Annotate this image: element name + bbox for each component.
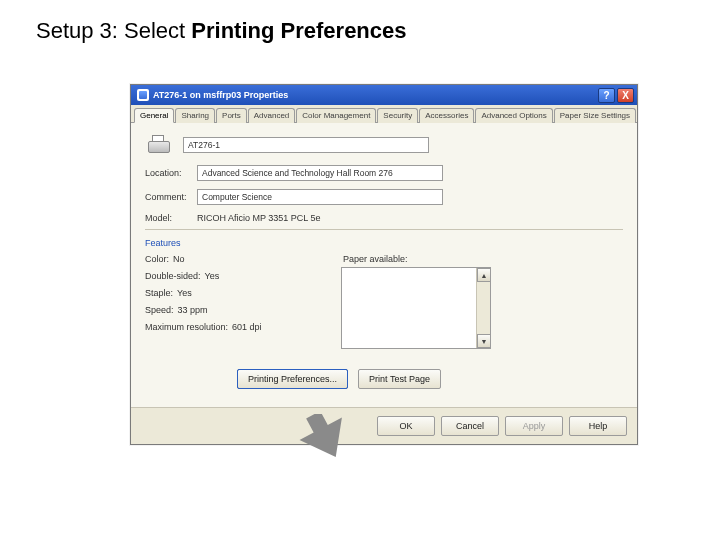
- tab-security[interactable]: Security: [377, 108, 418, 123]
- feat-speed-k: Speed:: [145, 305, 174, 315]
- tab-paper-size-settings[interactable]: Paper Size Settings: [554, 108, 636, 123]
- dialog-button-bar: OK Cancel Apply Help: [131, 407, 637, 444]
- features-title: Features: [145, 238, 623, 248]
- model-value: RICOH Aficio MP 3351 PCL 5e: [197, 213, 321, 223]
- help-button[interactable]: Help: [569, 416, 627, 436]
- close-window-button[interactable]: X: [617, 88, 634, 103]
- help-window-button[interactable]: ?: [598, 88, 615, 103]
- apply-button[interactable]: Apply: [505, 416, 563, 436]
- app-icon: [137, 89, 149, 101]
- instruction-prefix: Setup 3: Select: [36, 18, 191, 43]
- printer-name-field[interactable]: AT276-1: [183, 137, 429, 153]
- ok-button[interactable]: OK: [377, 416, 435, 436]
- feat-speed-v: 33 ppm: [178, 305, 208, 315]
- comment-label: Comment:: [145, 192, 197, 202]
- model-label: Model:: [145, 213, 197, 223]
- scroll-down-button[interactable]: ▼: [477, 334, 491, 348]
- instruction-heading: Setup 3: Select Printing Preferences: [36, 18, 684, 44]
- features-list: Color:No Double-sided:Yes Staple:Yes Spe…: [145, 254, 317, 349]
- location-field[interactable]: Advanced Science and Technology Hall Roo…: [197, 165, 443, 181]
- feat-staple-k: Staple:: [145, 288, 173, 298]
- properties-window: AT276-1 on msffrp03 Properties ? X Gener…: [130, 84, 638, 445]
- feat-duplex-v: Yes: [205, 271, 220, 281]
- feat-color-v: No: [173, 254, 185, 264]
- scrollbar[interactable]: ▲ ▼: [476, 268, 490, 348]
- tab-accessories[interactable]: Accessories: [419, 108, 474, 123]
- general-pane: AT276-1 Location: Advanced Science and T…: [131, 122, 637, 407]
- location-label: Location:: [145, 168, 197, 178]
- feat-color-k: Color:: [145, 254, 169, 264]
- tab-sharing[interactable]: Sharing: [175, 108, 215, 123]
- titlebar: AT276-1 on msffrp03 Properties ? X: [131, 85, 637, 105]
- feat-res-v: 601 dpi: [232, 322, 262, 332]
- tab-ports[interactable]: Ports: [216, 108, 247, 123]
- tab-strip: General Sharing Ports Advanced Color Man…: [131, 105, 637, 122]
- printing-preferences-button[interactable]: Printing Preferences...: [237, 369, 348, 389]
- scroll-up-button[interactable]: ▲: [477, 268, 491, 282]
- paper-available-list[interactable]: ▲ ▼: [341, 267, 491, 349]
- window-title: AT276-1 on msffrp03 Properties: [153, 90, 288, 100]
- instruction-bold: Printing Preferences: [191, 18, 406, 43]
- print-test-page-button[interactable]: Print Test Page: [358, 369, 441, 389]
- feat-staple-v: Yes: [177, 288, 192, 298]
- printer-icon: [145, 133, 173, 157]
- feat-res-k: Maximum resolution:: [145, 322, 228, 332]
- comment-field[interactable]: Computer Science: [197, 189, 443, 205]
- tab-advanced-options[interactable]: Advanced Options: [475, 108, 552, 123]
- tab-general[interactable]: General: [134, 108, 174, 123]
- divider: [145, 229, 623, 230]
- tab-color-management[interactable]: Color Management: [296, 108, 376, 123]
- cancel-button[interactable]: Cancel: [441, 416, 499, 436]
- feat-duplex-k: Double-sided:: [145, 271, 201, 281]
- tab-advanced[interactable]: Advanced: [248, 108, 296, 123]
- paper-available-label: Paper available:: [343, 254, 491, 264]
